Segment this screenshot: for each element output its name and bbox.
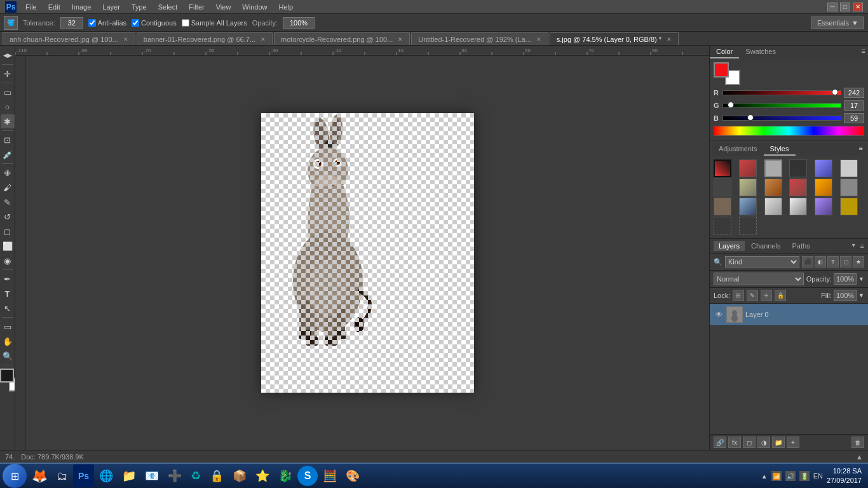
canvas-viewport[interactable] [25,56,709,450]
layers-tab[interactable]: Layers [714,241,745,251]
marquee-tool[interactable]: ▭ [1,85,15,99]
taskbar-security[interactable]: 🔒 [206,464,227,487]
filter-type-icon[interactable]: T [827,256,839,268]
contiguous-checkbox[interactable] [132,19,139,27]
tab-2[interactable]: motorcycle-Recovered.png @ 100...✕ [274,32,410,45]
swatches-tab[interactable]: Swatches [739,46,782,58]
eyedropper-tool[interactable]: 💉 [1,147,15,161]
green-slider-track[interactable] [722,103,841,108]
style-swatch-17[interactable] [840,198,858,215]
menu-file[interactable]: File [20,2,42,12]
eraser-tool[interactable]: ◻ [1,224,15,238]
path-selection-tool[interactable]: ↖ [1,301,15,315]
current-tool-icon[interactable]: 🪣 [4,16,18,30]
tray-volume-icon[interactable]: 🔊 [785,471,796,481]
style-swatch-5[interactable] [840,159,858,177]
style-swatch-2[interactable] [764,159,782,177]
brush-tool[interactable]: 🖌 [1,180,15,194]
opacity-arrow[interactable]: ▼ [858,276,864,282]
tab-1-close[interactable]: ✕ [261,36,266,43]
channels-tab[interactable]: Channels [746,241,785,251]
menu-image[interactable]: Image [67,2,97,12]
taskbar-package[interactable]: 📦 [229,464,250,487]
taskbar-star[interactable]: ⭐ [252,464,273,487]
healing-brush-tool[interactable]: ✙ [1,166,15,180]
red-value-input[interactable] [844,88,864,98]
green-value-input[interactable] [844,100,864,111]
history-brush-tool[interactable]: ↺ [1,210,15,224]
blue-value-input[interactable] [844,113,864,123]
fill-input[interactable] [834,290,857,301]
menu-type[interactable]: Type [126,2,152,12]
color-panel-options[interactable]: ≡ [859,46,868,58]
delete-layer-button[interactable]: 🗑 [851,437,864,448]
taskbar-outlook[interactable]: 📧 [141,464,163,487]
magic-wand-tool[interactable]: ✱ [1,114,15,128]
taskbar-chrome[interactable]: 🌐 [95,464,117,487]
move-tool[interactable]: ✛ [1,67,15,81]
styles-tab[interactable]: Styles [764,143,796,156]
menu-window[interactable]: Window [237,2,272,12]
style-swatch-0[interactable] [714,159,731,177]
style-swatch-18[interactable] [714,217,731,234]
new-adjustment-button[interactable]: ◑ [757,437,770,448]
clone-stamp-tool[interactable]: ✎ [1,195,15,209]
filter-pixel-icon[interactable]: ⬛ [802,256,813,268]
style-swatch-7[interactable] [739,179,757,196]
opacity-input[interactable] [283,17,315,29]
menu-view[interactable]: View [211,2,236,12]
style-swatch-19[interactable] [739,217,757,234]
gradient-tool[interactable]: ⬜ [1,239,15,253]
adj-panel-options[interactable]: ≡ [857,143,865,156]
color-tab[interactable]: Color [710,46,739,58]
style-swatch-12[interactable] [714,198,731,215]
new-layer-button[interactable]: + [787,437,799,448]
layer-item-0[interactable]: 👁 Layer 0 [710,304,868,326]
close-button[interactable]: ✕ [853,3,863,11]
link-layers-button[interactable]: 🔗 [714,437,726,448]
tray-network-icon[interactable]: 📶 [771,471,782,481]
new-group-button[interactable]: 📁 [772,437,785,448]
taskbar-filemanager[interactable]: 🗂 [53,464,72,487]
blur-tool[interactable]: ◉ [1,254,15,268]
zoom-tool[interactable]: 🔍 [1,349,15,363]
foreground-color-swatch[interactable] [0,369,14,383]
menu-select[interactable]: Select [153,2,183,12]
tolerance-input[interactable] [60,17,83,29]
fill-arrow[interactable]: ▼ [858,292,864,299]
layer-visibility-0[interactable]: 👁 [714,309,724,320]
style-swatch-6[interactable] [714,179,731,196]
red-slider-thumb[interactable] [832,89,838,95]
tab-4[interactable]: s.jpg @ 74.5% (Layer 0, RGB/8) *✕ [550,32,679,45]
tab-1[interactable]: banner-01-Recovered.png @ 66.7...✕ [137,32,273,45]
blue-slider-thumb[interactable] [747,114,754,121]
red-slider-track[interactable] [722,90,841,95]
add-mask-button[interactable]: ◻ [743,437,756,448]
hand-tool[interactable]: ✋ [1,334,15,348]
taskbar-photoshop[interactable]: Ps [73,464,94,487]
layer-kind-select[interactable]: Kind [725,256,799,268]
add-style-button[interactable]: fx [728,437,741,448]
layers-panel-collapse[interactable]: ▼ [851,242,857,250]
adjustments-tab[interactable]: Adjustments [712,143,764,156]
taskbar-calculator[interactable]: 🧮 [319,464,341,487]
type-tool[interactable]: T [1,287,15,301]
tray-battery-icon[interactable]: 🔋 [799,471,810,481]
paths-tab[interactable]: Paths [787,241,815,251]
blue-slider-track[interactable] [722,116,841,121]
tab-2-close[interactable]: ✕ [398,36,403,43]
color-spectrum[interactable] [714,126,864,136]
style-swatch-9[interactable] [789,179,807,196]
lock-transparent-icon[interactable]: ⊞ [733,290,744,301]
style-swatch-11[interactable] [840,179,858,196]
taskbar-paint[interactable]: 🎨 [342,464,363,487]
taskbar-plus[interactable]: ➕ [164,464,186,487]
crop-tool[interactable]: ⊡ [1,133,15,147]
tray-up-arrow[interactable]: ▲ [761,473,768,480]
shape-tool[interactable]: ▭ [1,320,15,334]
style-swatch-14[interactable] [764,198,782,215]
menu-edit[interactable]: Edit [43,2,65,12]
opacity-input[interactable] [834,273,857,285]
taskbar-skype[interactable]: S [297,466,318,486]
filter-smart-icon[interactable]: ★ [853,256,864,268]
